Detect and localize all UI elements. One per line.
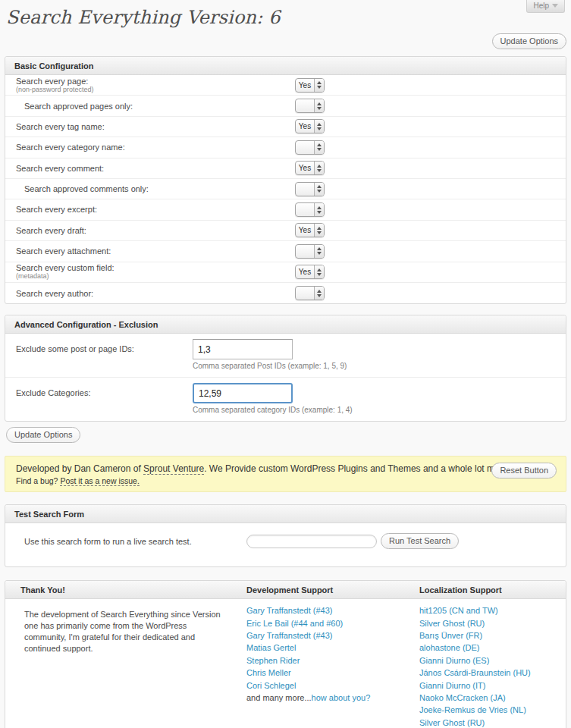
row-search-every-excerpt: Search every excerpt: xyxy=(5,199,566,220)
basic-configuration-header: Basic Configuration xyxy=(5,57,566,75)
translator-link[interactable]: Gianni Diurno (IT) xyxy=(419,681,485,690)
exclude-categories-input[interactable] xyxy=(193,383,293,403)
list-item: alohastone (DE) xyxy=(419,644,566,652)
row-label: Search approved comments only: xyxy=(24,184,149,193)
row-search-every-draft: Search every draft: Yes xyxy=(5,221,566,241)
select-stepper-icon xyxy=(314,287,324,300)
select-search-every-author[interactable] xyxy=(295,286,325,300)
post-new-issue-link[interactable]: Post it as a new issue. xyxy=(60,476,139,486)
select-search-every-draft[interactable]: Yes xyxy=(295,223,325,237)
translator-link[interactable]: Silver Ghost (RU) xyxy=(419,619,485,628)
list-item: Chris Meller xyxy=(246,669,419,677)
advanced-configuration-panel: Advanced Configuration - Exclusion Exclu… xyxy=(5,315,566,422)
contributor-link[interactable]: Matias Gertel xyxy=(246,643,296,652)
contributor-link[interactable]: Gary Traffanstedt (#43) xyxy=(246,606,333,615)
select-search-every-comment[interactable]: Yes xyxy=(295,161,325,175)
and-many-more-text: and many more... xyxy=(246,693,312,702)
select-stepper-icon xyxy=(314,183,324,196)
row-search-approved-comments-only: Search approved comments only: xyxy=(5,179,566,199)
list-item: Gary Traffanstedt (#43) xyxy=(246,632,419,640)
notice-text: . We Provide custom WordPress Plugins an… xyxy=(204,463,510,474)
test-search-input[interactable] xyxy=(246,535,377,548)
help-label: Help xyxy=(533,2,549,10)
exclude-post-ids-input[interactable] xyxy=(193,339,293,359)
advanced-configuration-header: Advanced Configuration - Exclusion xyxy=(5,315,566,334)
list-item: hit1205 (CN and TW) xyxy=(419,607,566,615)
row-label: Search every attachment: xyxy=(16,246,111,256)
select-search-approved-comments-only[interactable] xyxy=(295,182,325,196)
thank-you-message: The development of Search Everything sin… xyxy=(5,599,246,728)
select-search-every-excerpt[interactable] xyxy=(295,202,325,217)
list-item: Joeke-Remkus de Vries (NL) xyxy=(419,706,566,714)
contributor-link[interactable]: Eric Le Bail (#44 and #60) xyxy=(246,619,343,628)
notice-text: Find a bug? xyxy=(16,476,60,485)
row-sublabel: (metadata) xyxy=(16,273,295,281)
select-stepper-icon xyxy=(314,79,324,92)
list-item: Gianni Diurno (IT) xyxy=(419,682,566,690)
row-search-every-tag-name: Search every tag name: Yes xyxy=(5,117,566,137)
translator-link[interactable]: Naoko McCracken (JA) xyxy=(419,693,506,702)
row-search-every-page: Search every page: (non-password protect… xyxy=(5,75,566,96)
row-exclude-categories: Exclude Categories: Comma separated cate… xyxy=(5,378,566,421)
row-search-every-category-name: Search every category name: xyxy=(5,137,566,158)
select-stepper-icon xyxy=(314,141,324,154)
row-search-every-custom-field: Search every custom field: (metadata) Ye… xyxy=(5,262,566,283)
select-stepper-icon xyxy=(314,224,324,237)
row-label: Search every category name: xyxy=(16,143,125,152)
translator-link[interactable]: Silver Ghost (RU) xyxy=(419,718,485,727)
run-test-search-button[interactable]: Run Test Search xyxy=(381,533,459,549)
row-exclude-post-ids: Exclude some post or page IDs: Comma sep… xyxy=(5,334,566,378)
row-label: Search every draft: xyxy=(16,226,86,235)
contributor-link[interactable]: Stephen Rider xyxy=(246,656,300,665)
list-item: Silver Ghost (RU) xyxy=(419,620,566,628)
translator-link[interactable]: alohastone (DE) xyxy=(419,643,480,652)
update-options-button-bottom[interactable]: Update Options xyxy=(6,427,80,443)
list-item: Naoko McCracken (JA) xyxy=(419,694,566,702)
list-item: Matias Gertel xyxy=(246,644,419,652)
row-label: Search every author: xyxy=(16,289,93,298)
notice-text: Developed by Dan Cameron of xyxy=(16,463,143,474)
translator-link[interactable]: Gianni Diurno (ES) xyxy=(419,656,489,665)
translator-link[interactable]: Barış Ünver (FR) xyxy=(419,631,482,640)
row-label: Search every custom field: xyxy=(16,263,115,272)
reset-button[interactable]: Reset Button xyxy=(491,463,557,479)
row-label: Exclude some post or page IDs: xyxy=(16,339,193,370)
contributor-link[interactable]: Gary Traffanstedt (#43) xyxy=(246,631,333,640)
row-label: Search approved pages only: xyxy=(24,102,133,111)
select-search-every-tag-name[interactable]: Yes xyxy=(295,119,325,133)
thank-you-header: Thank You! xyxy=(5,581,246,598)
basic-configuration-panel: Basic Configuration Search every page: (… xyxy=(5,56,566,304)
test-form-description: Use this search form to run a live searc… xyxy=(24,537,246,546)
list-item: Eric Le Bail (#44 and #60) xyxy=(246,620,419,628)
localization-support-header: Localization Support xyxy=(419,581,566,598)
row-search-every-attachment: Search every attachment: xyxy=(5,241,566,262)
select-stepper-icon xyxy=(314,245,324,258)
list-item: Barış Ünver (FR) xyxy=(419,632,566,640)
help-button[interactable]: Help xyxy=(526,0,565,13)
list-item: Cori Schlegel xyxy=(246,682,419,690)
test-search-form-panel: Test Search Form Use this search form to… xyxy=(5,504,566,567)
list-item: Stephen Rider xyxy=(246,657,419,665)
update-options-button-top[interactable]: Update Options xyxy=(492,33,566,49)
localization-support-list: hit1205 (CN and TW) Silver Ghost (RU) Ba… xyxy=(419,599,566,728)
row-sublabel: (non-password protected) xyxy=(16,86,295,94)
list-item: Gianni Diurno (ES) xyxy=(419,657,566,665)
select-stepper-icon xyxy=(314,265,324,278)
translator-link[interactable]: Joeke-Remkus de Vries (NL) xyxy=(419,705,526,714)
how-about-you-link[interactable]: how about you? xyxy=(312,693,371,702)
translator-link[interactable]: hit1205 (CN and TW) xyxy=(419,606,498,615)
select-stepper-icon xyxy=(314,99,324,112)
contributor-link[interactable]: Cori Schlegel xyxy=(246,681,296,690)
select-search-approved-pages-only[interactable] xyxy=(295,99,325,113)
select-search-every-attachment[interactable] xyxy=(295,244,325,259)
translator-link[interactable]: János Csárdi-Braunstein (HU) xyxy=(419,668,531,677)
select-search-every-custom-field[interactable]: Yes xyxy=(295,265,325,279)
select-search-every-page[interactable]: Yes xyxy=(295,78,325,93)
helper-text: Comma separated category IDs (example: 1… xyxy=(193,406,353,414)
sprout-venture-link[interactable]: Sprout Venture xyxy=(143,463,204,475)
list-item: and many more...how about you? xyxy=(246,694,419,702)
select-search-every-category-name[interactable] xyxy=(295,140,325,155)
list-item: Silver Ghost (RU) xyxy=(419,719,566,727)
row-label: Search every page: xyxy=(16,77,88,86)
contributor-link[interactable]: Chris Meller xyxy=(246,668,291,677)
